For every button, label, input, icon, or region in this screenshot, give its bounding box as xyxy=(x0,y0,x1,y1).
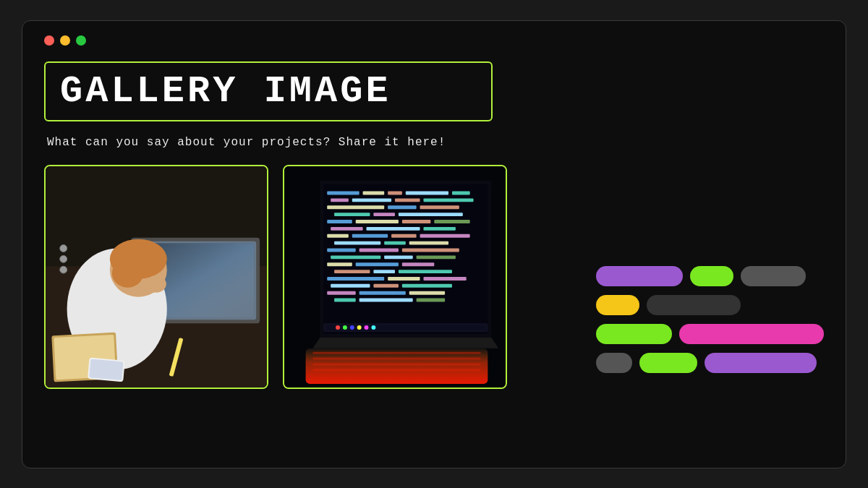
bar-gray-1 xyxy=(741,266,806,286)
svg-rect-77 xyxy=(326,325,485,330)
svg-marker-84 xyxy=(312,337,498,348)
bar-yellow-2 xyxy=(596,295,639,315)
svg-rect-73 xyxy=(334,298,356,301)
images-area xyxy=(44,165,574,389)
content-area: GALLERY IMAGE What can you say about you… xyxy=(44,61,824,389)
bar-row-4 xyxy=(596,353,824,373)
svg-rect-46 xyxy=(352,234,388,237)
svg-point-78 xyxy=(336,325,340,330)
svg-rect-27 xyxy=(452,191,470,194)
svg-rect-51 xyxy=(409,241,448,244)
svg-point-18 xyxy=(60,255,67,262)
bar-row-1 xyxy=(596,266,824,286)
image-card-code xyxy=(283,165,507,389)
svg-rect-70 xyxy=(327,291,355,294)
maximize-button[interactable] xyxy=(76,35,86,46)
svg-rect-26 xyxy=(406,191,448,194)
svg-rect-59 xyxy=(356,262,399,266)
svg-rect-40 xyxy=(402,220,430,223)
svg-rect-47 xyxy=(391,234,417,237)
main-row xyxy=(44,165,824,389)
svg-rect-63 xyxy=(399,270,452,273)
svg-rect-72 xyxy=(409,291,445,294)
svg-rect-35 xyxy=(334,213,370,216)
svg-rect-52 xyxy=(327,248,355,252)
svg-point-83 xyxy=(371,325,375,330)
bar-green-1 xyxy=(690,266,733,286)
svg-rect-36 xyxy=(373,213,395,216)
svg-rect-64 xyxy=(327,277,384,281)
bar-gray-4 xyxy=(596,353,632,373)
svg-rect-60 xyxy=(402,262,434,266)
svg-rect-90 xyxy=(312,369,480,371)
svg-rect-31 xyxy=(423,198,473,202)
bar-pink-3 xyxy=(679,324,824,344)
svg-rect-54 xyxy=(402,248,459,252)
svg-rect-88 xyxy=(312,357,480,359)
svg-rect-48 xyxy=(420,234,470,237)
svg-rect-57 xyxy=(417,255,456,259)
bar-row-3 xyxy=(596,324,824,344)
svg-rect-56 xyxy=(384,255,412,259)
svg-rect-44 xyxy=(423,226,455,230)
subtitle-text: What can you say about your projects? Sh… xyxy=(47,136,824,149)
svg-rect-53 xyxy=(359,248,399,252)
svg-rect-25 xyxy=(388,191,402,194)
svg-point-10 xyxy=(146,275,166,293)
bar-dark-2 xyxy=(647,295,741,315)
bar-green-4 xyxy=(639,353,697,373)
svg-rect-30 xyxy=(395,198,420,202)
svg-rect-69 xyxy=(402,283,452,287)
svg-rect-49 xyxy=(334,241,380,244)
person-laptop-image xyxy=(46,166,267,388)
svg-rect-50 xyxy=(384,241,406,244)
svg-rect-67 xyxy=(331,283,370,287)
main-window: GALLERY IMAGE What can you say about you… xyxy=(22,20,846,468)
svg-rect-43 xyxy=(367,226,420,230)
svg-rect-28 xyxy=(331,198,349,202)
svg-rect-58 xyxy=(327,262,352,266)
svg-rect-29 xyxy=(352,198,391,202)
svg-rect-65 xyxy=(388,277,420,281)
svg-rect-23 xyxy=(327,191,359,194)
svg-point-81 xyxy=(357,325,362,330)
svg-rect-39 xyxy=(356,220,399,223)
svg-rect-45 xyxy=(327,234,349,237)
code-laptop-image xyxy=(284,166,506,388)
svg-rect-87 xyxy=(312,351,480,354)
svg-rect-32 xyxy=(327,205,384,209)
svg-rect-71 xyxy=(359,291,406,294)
svg-point-80 xyxy=(350,325,354,330)
svg-point-82 xyxy=(365,325,369,330)
bar-purple-1 xyxy=(596,266,683,286)
svg-rect-33 xyxy=(388,205,416,209)
close-button[interactable] xyxy=(44,35,54,46)
svg-rect-68 xyxy=(373,283,399,287)
svg-rect-66 xyxy=(423,277,466,281)
svg-rect-89 xyxy=(312,363,480,365)
decorative-bars xyxy=(574,165,824,373)
svg-point-19 xyxy=(60,266,67,273)
svg-point-9 xyxy=(112,259,143,287)
svg-point-17 xyxy=(60,244,67,252)
minimize-button[interactable] xyxy=(60,35,70,46)
svg-rect-61 xyxy=(334,270,370,273)
svg-rect-24 xyxy=(363,191,385,194)
svg-rect-37 xyxy=(399,213,463,216)
title-bar xyxy=(44,35,824,46)
svg-rect-75 xyxy=(417,298,445,301)
svg-rect-55 xyxy=(331,255,380,259)
image-card-person xyxy=(44,165,268,389)
svg-rect-11 xyxy=(124,301,142,344)
header-box: GALLERY IMAGE xyxy=(44,61,493,121)
bar-row-2 xyxy=(596,295,824,315)
svg-rect-41 xyxy=(434,220,469,223)
svg-rect-62 xyxy=(373,270,395,273)
svg-rect-34 xyxy=(420,205,459,209)
bar-purple-4 xyxy=(705,353,817,373)
svg-rect-42 xyxy=(331,226,362,230)
bar-green-3 xyxy=(596,324,672,344)
gallery-title: GALLERY IMAGE xyxy=(60,70,477,113)
svg-point-79 xyxy=(343,325,347,330)
svg-rect-38 xyxy=(327,220,352,223)
